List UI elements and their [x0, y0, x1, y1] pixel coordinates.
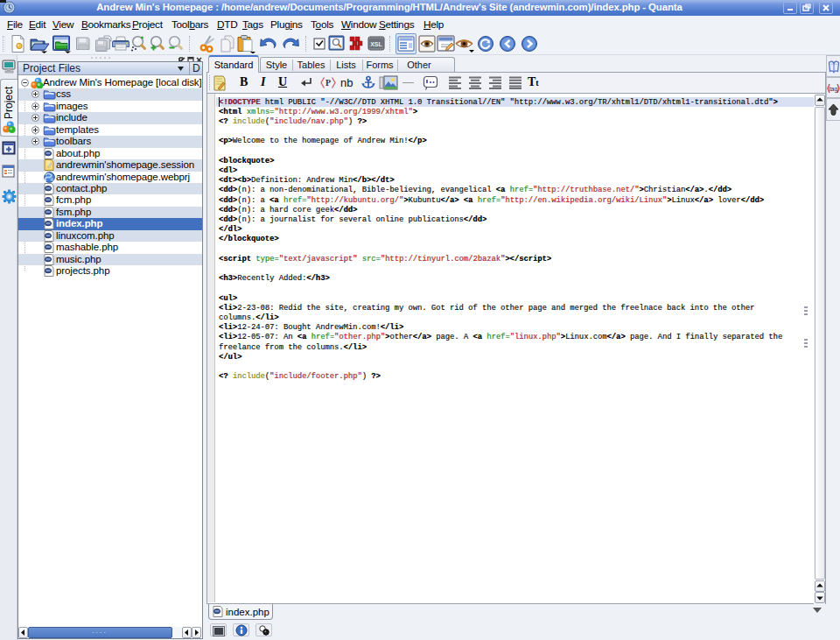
svg-text:XSL: XSL — [370, 41, 382, 47]
svg-text:tag: tag — [830, 86, 838, 93]
svg-text:P: P — [326, 78, 331, 88]
